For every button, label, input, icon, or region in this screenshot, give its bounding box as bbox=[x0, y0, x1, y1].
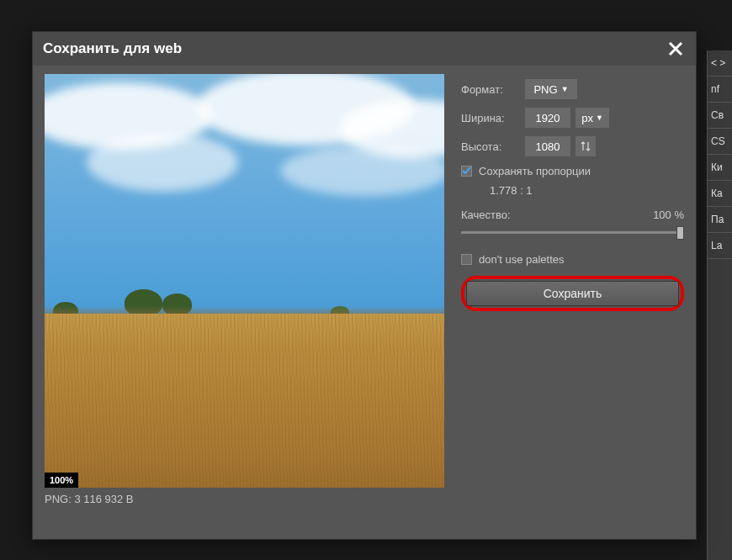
quality-slider[interactable] bbox=[461, 226, 684, 238]
bg-tab: Ки bbox=[708, 155, 732, 181]
dialog-title: Сохранить для web bbox=[43, 40, 182, 57]
ratio-text: 1.778 : 1 bbox=[490, 184, 684, 197]
save-button[interactable]: Сохранить bbox=[466, 281, 679, 306]
slider-thumb[interactable] bbox=[676, 226, 684, 240]
keep-ratio-checkbox[interactable] bbox=[461, 166, 472, 177]
save-for-web-dialog: Сохранить для web 100% PNG: 3 116 932 B … bbox=[32, 31, 697, 540]
height-label: Высота: bbox=[461, 140, 520, 153]
quality-label: Качество: bbox=[461, 209, 511, 221]
bg-tab: Па bbox=[708, 207, 732, 233]
chevron-down-icon: ▼ bbox=[596, 114, 603, 122]
check-icon bbox=[462, 166, 471, 176]
bg-tab: nf bbox=[708, 77, 732, 103]
bg-tab: La bbox=[708, 233, 732, 259]
preview-canvas[interactable]: 100% bbox=[45, 74, 444, 488]
preview-panel: 100% PNG: 3 116 932 B bbox=[45, 74, 444, 531]
background-sidebar: < > nf Св CS Ки Ка Па La bbox=[707, 50, 732, 560]
close-button[interactable] bbox=[666, 39, 686, 59]
keep-ratio-checkbox-row[interactable]: Сохранять пропорции bbox=[461, 165, 684, 177]
format-label: Формат: bbox=[461, 83, 520, 96]
width-input[interactable] bbox=[525, 108, 570, 128]
close-icon bbox=[668, 41, 683, 56]
swap-icon bbox=[580, 140, 591, 152]
palette-label: don't use palettes bbox=[479, 253, 565, 266]
keep-ratio-label: Сохранять пропорции bbox=[479, 165, 591, 177]
unit-select[interactable]: px ▼ bbox=[576, 108, 609, 128]
save-button-highlight: Сохранить bbox=[461, 276, 684, 311]
bg-tab: < > bbox=[708, 50, 732, 77]
quality-value: 100 % bbox=[653, 209, 684, 221]
width-label: Ширина: bbox=[461, 112, 520, 124]
bg-tab: Св bbox=[708, 103, 732, 129]
height-input[interactable] bbox=[525, 136, 570, 156]
bg-tab: CS bbox=[708, 129, 732, 155]
bg-tab: Ка bbox=[708, 181, 732, 207]
palette-checkbox-row[interactable]: don't use palettes bbox=[461, 253, 684, 266]
zoom-badge: 100% bbox=[45, 473, 78, 488]
titlebar: Сохранить для web bbox=[33, 32, 696, 66]
swap-dimensions-button[interactable] bbox=[576, 136, 596, 156]
chevron-down-icon: ▼ bbox=[561, 85, 569, 93]
file-info: PNG: 3 116 932 B bbox=[45, 493, 444, 505]
settings-panel: Формат: PNG ▼ Ширина: px ▼ Высота: bbox=[461, 74, 684, 531]
format-select[interactable]: PNG ▼ bbox=[525, 79, 577, 99]
palette-checkbox[interactable] bbox=[461, 254, 472, 265]
